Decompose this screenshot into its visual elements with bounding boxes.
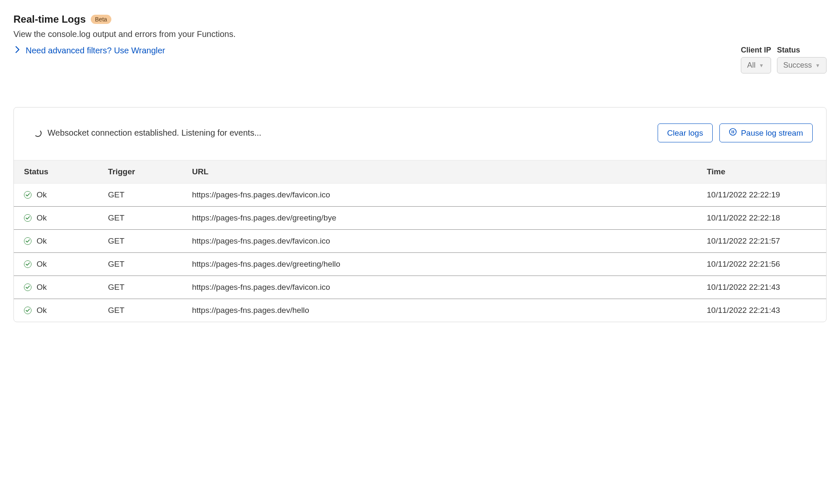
row-trigger: GET (108, 236, 192, 246)
page-title: Real-time Logs (13, 13, 86, 25)
check-circle-icon (24, 284, 32, 291)
row-url: https://pages-fns.pages.dev/favicon.ico (192, 190, 707, 200)
client-ip-filter[interactable]: All ▼ (741, 57, 771, 74)
row-time: 10/11/2022 22:21:56 (707, 260, 816, 269)
row-url: https://pages-fns.pages.dev/favicon.ico (192, 236, 707, 246)
row-url: https://pages-fns.pages.dev/hello (192, 306, 707, 315)
row-url: https://pages-fns.pages.dev/greeting/hel… (192, 260, 707, 269)
row-status: Ok (37, 213, 47, 223)
row-trigger: GET (108, 190, 192, 200)
table-row[interactable]: Ok GET https://pages-fns.pages.dev/hello… (14, 299, 826, 322)
page-subtitle: View the console.log output and errors f… (13, 29, 827, 39)
chevron-right-icon (15, 46, 20, 55)
check-circle-icon (24, 237, 32, 245)
beta-badge: Beta (91, 15, 111, 24)
table-row[interactable]: Ok GET https://pages-fns.pages.dev/favic… (14, 184, 826, 207)
svg-rect-1 (732, 131, 732, 134)
clear-logs-label: Clear logs (667, 129, 703, 138)
advanced-filters-link-label: Need advanced filters? Use Wrangler (26, 46, 165, 55)
row-url: https://pages-fns.pages.dev/greeting/bye (192, 213, 707, 223)
row-time: 10/11/2022 22:21:43 (707, 306, 816, 315)
row-time: 10/11/2022 22:22:18 (707, 213, 816, 223)
col-trigger: Trigger (108, 167, 192, 176)
svg-point-0 (729, 129, 736, 135)
check-circle-icon (24, 191, 32, 199)
row-status: Ok (37, 306, 47, 315)
row-time: 10/11/2022 22:21:57 (707, 236, 816, 246)
row-url: https://pages-fns.pages.dev/favicon.ico (192, 283, 707, 292)
row-trigger: GET (108, 283, 192, 292)
svg-rect-2 (733, 131, 734, 134)
col-status: Status (24, 167, 108, 176)
row-trigger: GET (108, 260, 192, 269)
check-circle-icon (24, 214, 32, 222)
client-ip-filter-value: All (747, 61, 756, 70)
table-row[interactable]: Ok GET https://pages-fns.pages.dev/greet… (14, 253, 826, 276)
row-status: Ok (37, 283, 47, 292)
check-circle-icon (24, 307, 32, 314)
status-filter-value: Success (783, 61, 812, 70)
table-row[interactable]: Ok GET https://pages-fns.pages.dev/favic… (14, 276, 826, 299)
row-status: Ok (37, 260, 47, 269)
advanced-filters-link[interactable]: Need advanced filters? Use Wrangler (13, 46, 165, 55)
chevron-down-icon: ▼ (815, 63, 820, 68)
row-trigger: GET (108, 306, 192, 315)
row-time: 10/11/2022 22:21:43 (707, 283, 816, 292)
row-status: Ok (37, 190, 47, 200)
check-circle-icon (24, 260, 32, 268)
logs-panel: Websocket connection established. Listen… (13, 107, 827, 322)
col-url: URL (192, 167, 707, 176)
connection-status-text: Websocket connection established. Listen… (47, 128, 261, 138)
spinner-icon (34, 129, 42, 137)
chevron-down-icon: ▼ (759, 63, 764, 68)
row-trigger: GET (108, 213, 192, 223)
pause-log-stream-label: Pause log stream (741, 129, 803, 138)
table-row[interactable]: Ok GET https://pages-fns.pages.dev/favic… (14, 230, 826, 253)
col-time: Time (707, 167, 816, 176)
pause-icon (729, 128, 737, 138)
row-status: Ok (37, 236, 47, 246)
pause-log-stream-button[interactable]: Pause log stream (719, 123, 813, 142)
filters-group: Client IP All ▼ Status Success ▼ (741, 46, 827, 74)
status-filter[interactable]: Success ▼ (777, 57, 827, 74)
clear-logs-button[interactable]: Clear logs (658, 123, 713, 142)
row-time: 10/11/2022 22:22:19 (707, 190, 816, 200)
status-filter-label: Status (777, 46, 827, 55)
table-row[interactable]: Ok GET https://pages-fns.pages.dev/greet… (14, 207, 826, 230)
table-header: Status Trigger URL Time (14, 160, 826, 184)
client-ip-filter-label: Client IP (741, 46, 771, 55)
